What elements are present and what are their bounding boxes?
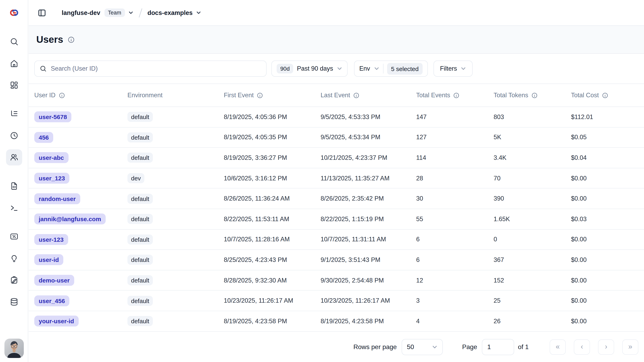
search-input[interactable] <box>51 65 261 72</box>
column-header-user_id[interactable]: User ID <box>34 92 128 99</box>
column-header-first_event[interactable]: First Event <box>224 92 320 99</box>
total-cost-cell: $0.00 <box>571 175 644 182</box>
table-row[interactable]: demo-user default 8/28/2025, 9:32:30 AM … <box>29 270 644 291</box>
column-header-last_event[interactable]: Last Event <box>320 92 416 99</box>
user-id-cell: random-user <box>34 193 128 204</box>
total-events-cell: 4 <box>416 317 494 325</box>
user-id-badge[interactable]: demo-user <box>34 275 74 286</box>
project-switcher-button[interactable] <box>196 10 201 15</box>
sidebar-item-home[interactable] <box>6 55 22 72</box>
column-header-total_events[interactable]: Total Events <box>416 92 494 99</box>
total-tokens-cell: 70 <box>494 175 571 182</box>
date-range-shortcut-badge: 90d <box>277 64 293 74</box>
sidebar-item-sessions[interactable] <box>6 128 22 144</box>
table-row[interactable]: your-user-id default 8/19/2025, 4:23:58 … <box>29 311 644 331</box>
date-range-button[interactable]: 90d Past 90 days <box>272 61 348 77</box>
user-id-badge[interactable]: user_456 <box>34 295 69 306</box>
sidebar-item-tracing[interactable] <box>6 106 22 122</box>
user-avatar[interactable] <box>4 338 24 358</box>
first-event-cell: 10/6/2025, 3:16:12 PM <box>224 175 320 182</box>
table-row[interactable]: jannik@langfuse.com default 8/22/2025, 1… <box>29 209 644 229</box>
previous-page-button[interactable]: ‹ <box>574 339 590 354</box>
user-id-badge[interactable]: 456 <box>34 132 53 143</box>
total-tokens-cell: 152 <box>494 277 571 284</box>
table-row[interactable]: user-id default 8/25/2025, 4:23:43 PM 9/… <box>29 250 644 270</box>
table-row[interactable]: user_456 default 10/23/2025, 11:26:17 AM… <box>29 291 644 311</box>
environment-cell: default <box>128 255 224 265</box>
column-header-total_tokens[interactable]: Total Tokens <box>494 92 571 99</box>
org-switcher-button[interactable] <box>128 10 133 15</box>
sidebar-item-dashboards[interactable] <box>6 77 22 93</box>
total-tokens-cell: 1.65K <box>494 215 571 223</box>
environment-cell: default <box>128 316 224 326</box>
column-header-total_cost[interactable]: Total Cost <box>571 92 644 99</box>
first-event-cell: 8/19/2025, 4:23:58 PM <box>224 317 320 325</box>
column-label: First Event <box>224 92 254 99</box>
sidebar-toggle-button[interactable] <box>37 8 47 18</box>
panel-left-icon <box>38 8 46 17</box>
table-row[interactable]: user-abc default 8/19/2025, 3:36:27 PM 1… <box>29 148 644 168</box>
table-row[interactable]: user-123 default 10/7/2025, 11:28:16 AM … <box>29 229 644 250</box>
user-id-badge[interactable]: user-abc <box>34 152 68 163</box>
sidebar-item-playground[interactable] <box>6 200 22 216</box>
org-logo-icon[interactable] <box>8 9 20 17</box>
lightbulb-icon <box>10 254 18 263</box>
user-id-cell: user_456 <box>34 295 128 306</box>
sidebar-item-users[interactable] <box>6 149 22 165</box>
info-icon <box>532 92 538 98</box>
table-row[interactable]: user-5678 default 8/19/2025, 4:05:36 PM … <box>29 107 644 127</box>
total-cost-cell: $0.00 <box>571 277 644 284</box>
info-icon <box>454 92 460 98</box>
total-events-cell: 147 <box>416 113 494 121</box>
environment-badge: dev <box>128 173 144 183</box>
env-selected-badge: 5 selected <box>387 63 422 75</box>
breadcrumb-org[interactable]: langfuse-dev <box>62 9 100 16</box>
first-event-cell: 8/28/2025, 9:32:30 AM <box>224 277 320 284</box>
last-page-button[interactable]: » <box>622 339 638 354</box>
topbar: langfuse-dev Team docs-examples <box>29 0 644 26</box>
user-id-badge[interactable]: your-user-id <box>34 315 78 326</box>
filters-label: Filters <box>440 65 457 72</box>
sidebar-item-prompts[interactable] <box>6 178 22 194</box>
environment-cell: default <box>128 153 224 163</box>
environment-cell: default <box>128 296 224 306</box>
user-id-cell: user-abc <box>34 152 128 163</box>
table-row[interactable]: 456 default 8/19/2025, 4:05:35 PM 9/5/20… <box>29 127 644 148</box>
user-id-badge[interactable]: user-id <box>34 254 63 265</box>
last-event-cell: 8/26/2025, 2:35:42 PM <box>320 195 416 202</box>
sidebar-item-evaluators[interactable] <box>6 250 22 266</box>
table-row[interactable]: random-user default 8/26/2025, 11:36:24 … <box>29 189 644 209</box>
total-events-cell: 6 <box>416 256 494 263</box>
sidebar-item-scores[interactable] <box>6 228 22 245</box>
sidebar-nav <box>6 34 22 315</box>
last-event-cell: 10/23/2025, 11:26:17 AM <box>320 297 416 304</box>
first-page-button[interactable]: « <box>550 339 566 354</box>
sidebar-item-search[interactable] <box>6 34 22 50</box>
user-id-badge[interactable]: random-user <box>34 193 80 204</box>
environment-cell: default <box>128 132 224 142</box>
table-row[interactable]: user_123 dev 10/6/2025, 3:16:12 PM 11/13… <box>29 168 644 189</box>
rows-per-page-select[interactable]: 50 <box>402 339 443 355</box>
page-info-icon[interactable] <box>68 36 74 43</box>
user-id-badge[interactable]: user_123 <box>34 173 69 184</box>
user-id-cell: user_123 <box>34 173 128 184</box>
page-number-input[interactable] <box>482 339 514 355</box>
environment-badge: default <box>128 112 153 122</box>
sidebar-item-datasets[interactable] <box>6 294 22 310</box>
next-page-button[interactable]: › <box>598 339 614 354</box>
total-cost-cell: $0.00 <box>571 297 644 304</box>
environment-cell: default <box>128 214 224 224</box>
filters-button[interactable]: Filters <box>434 61 472 77</box>
search-box[interactable] <box>34 61 266 77</box>
column-label: User ID <box>34 92 56 99</box>
user-id-badge[interactable]: user-5678 <box>34 112 72 123</box>
user-id-badge[interactable]: user-123 <box>34 234 68 245</box>
environment-filter-button[interactable]: Env 5 selected <box>354 61 428 77</box>
first-event-cell: 8/19/2025, 4:05:36 PM <box>224 113 320 121</box>
breadcrumb-project[interactable]: docs-examples <box>148 9 192 16</box>
user-id-badge[interactable]: jannik@langfuse.com <box>34 214 106 225</box>
total-events-cell: 3 <box>416 297 494 304</box>
column-header-environment[interactable]: Environment <box>128 92 224 99</box>
date-range-label: Past 90 days <box>297 65 333 72</box>
sidebar-item-annotation[interactable] <box>6 272 22 288</box>
